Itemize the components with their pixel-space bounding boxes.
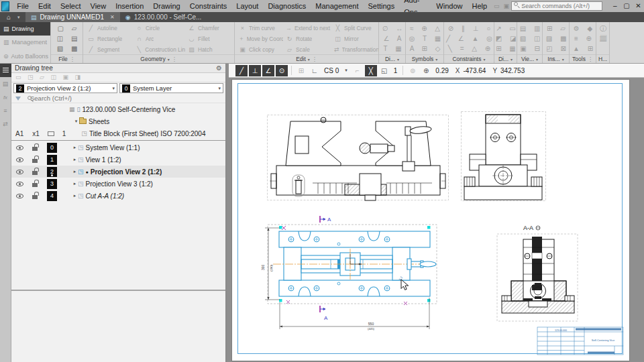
tree-view-row-cut-aa[interactable]: 4 ▸ ◳ Cut A-A (1:2) — [11, 190, 225, 202]
unlocked-icon[interactable] — [32, 195, 38, 199]
tree-search-input[interactable] — [29, 94, 163, 103]
document-tab-assembly[interactable]: ◉ 123.00.000 - Self-Ce... — [120, 12, 207, 22]
maximize-button[interactable]: ▢ — [621, 0, 632, 12]
ribbon-button-arc[interactable]: ∩Arc — [133, 34, 185, 44]
constraint-tools-icons[interactable]: ⊘ ∥ ⊥ ○ ╱ ∠ ▲ ◎ ╲ = △ ⊕ — [444, 22, 494, 54]
unlocked-icon[interactable] — [32, 183, 38, 187]
menu-item-window[interactable]: Window — [431, 0, 467, 12]
tree-sheets-row[interactable]: ▾ Sheets — [11, 115, 225, 127]
group-options-icon[interactable]: ⋮ — [312, 56, 317, 62]
chevron-down-icon[interactable]: ▾ — [342, 68, 350, 73]
expander-open-icon[interactable]: ▾ — [73, 119, 79, 124]
drawing-tree-panel-icon[interactable] — [0, 64, 11, 77]
ribbon-tab-drawing[interactable]: ▤ Drawing — [0, 22, 50, 36]
title-block[interactable]: 123.00.000 Self-Centering Vice — [537, 327, 623, 355]
group-options-icon[interactable]: ⋮ — [172, 56, 177, 62]
ribbon-button-split-curve[interactable]: ╳Split Curve — [331, 23, 378, 34]
menu-item-management[interactable]: Management — [311, 0, 363, 12]
variables-panel-icon[interactable]: fx — [0, 90, 11, 104]
group-caret-icon[interactable]: ▾ — [168, 57, 170, 62]
ribbon-button-extend[interactable]: →Extend to next object — [283, 23, 331, 34]
app-logo-icon[interactable] — [1, 1, 9, 11]
menu-item-layout[interactable]: Layout — [231, 0, 263, 12]
expander-icon[interactable]: ▸ — [72, 193, 78, 198]
view-side[interactable] — [462, 112, 546, 201]
tree-view-row-system[interactable]: 0 ▸ ◳ System View (1:1) — [11, 141, 225, 154]
group-caret-icon[interactable]: ▾ — [397, 57, 399, 62]
visibility-eye-icon[interactable] — [16, 182, 23, 186]
menu-item-help[interactable]: Help — [467, 0, 492, 12]
parameters-panel-icon[interactable]: ▤ — [0, 77, 11, 90]
screenshot-icon[interactable]: ▣ — [502, 3, 512, 9]
ribbon-button-rectangle[interactable]: ▭Rectangle — [85, 34, 133, 44]
tree-view-row-projection3[interactable]: 3 ▸ ◳ Projection View 3 (1:2) — [11, 178, 225, 190]
unlocked-icon[interactable] — [32, 159, 38, 163]
menu-item-edit[interactable]: Edit — [34, 0, 56, 12]
tab-close-icon[interactable]: ✕ — [110, 14, 115, 20]
menu-item-select[interactable]: Select — [56, 0, 86, 12]
group-caret-icon[interactable]: ▾ — [308, 57, 310, 62]
change-review-panel-icon[interactable]: ⇄ — [0, 117, 11, 131]
ribbon-button-click-copy[interactable]: ▣Click copy — [236, 44, 283, 54]
close-button[interactable]: ✕ — [633, 0, 644, 12]
group-caret-icon[interactable]: ▾ — [536, 57, 538, 62]
rounding-toggle-button[interactable]: ╳ — [365, 65, 377, 76]
command-search-input[interactable] — [511, 1, 602, 11]
view-tools-icons[interactable]: ▤ ▥ ▧ ◫ ▣ ⊟ — [517, 22, 542, 54]
expander-icon[interactable]: ▸ — [72, 181, 78, 186]
group-caret-icon[interactable]: ▾ — [562, 57, 564, 62]
document-tab-drawing[interactable]: ▤ Drawing UNNAMED1 ✕ — [25, 12, 120, 22]
view-front[interactable] — [268, 115, 449, 201]
ribbon-button-mirror[interactable]: ◫Mirror — [331, 34, 378, 44]
view-plan-active[interactable]: A A 3,2 300 (290) — [261, 216, 437, 330]
filter-icon[interactable] — [15, 97, 21, 101]
expander-icon[interactable]: ▸ — [72, 145, 78, 150]
panel-splitter[interactable] — [11, 290, 225, 291]
ribbon-button-segment[interactable]: ╱Segment — [85, 44, 133, 54]
menu-item-constraints[interactable]: Constraints — [185, 0, 232, 12]
ribbon-button-move-by-coordinates[interactable]: +Move by Coordinates — [236, 34, 283, 44]
menu-item-view[interactable]: View — [86, 0, 111, 12]
diagnostic-tools-icons[interactable]: ↗ ▭ ◩ ◪ ⊞ ▦ — [494, 22, 517, 54]
expander-icon[interactable]: ▸ — [72, 169, 78, 174]
unlocked-icon[interactable] — [32, 171, 38, 175]
menu-item-insertion[interactable]: Insertion — [111, 0, 148, 12]
snap-perpendicular-button[interactable]: ⊥ — [249, 65, 261, 76]
ribbon-tab-auto-balloons[interactable]: ⊚ Auto Balloons — [0, 50, 50, 63]
current-view-dropdown[interactable]: 2 Projection View 2 (1:2) ▾ — [13, 83, 117, 93]
unlocked-icon[interactable] — [32, 147, 38, 151]
group-options-icon[interactable]: ⋮ — [70, 56, 75, 62]
precision-value[interactable]: 1 — [392, 67, 400, 74]
tree-view-row-view1[interactable]: 1 ▸ ◳ View 1 (1:2) — [11, 154, 225, 166]
gear-icon[interactable]: ⚙ — [216, 64, 222, 72]
grid-toggle-button[interactable]: ⊞ — [295, 65, 307, 76]
menu-item-drawing[interactable]: Drawing — [148, 0, 184, 12]
panel-toolbar-icons[interactable]: ▭ ◳ ▱ ◫ ▣ ◨ — [15, 73, 80, 82]
group-caret-icon[interactable]: ▾ — [483, 57, 485, 62]
menu-item-file[interactable]: File — [12, 0, 34, 12]
group-caret-icon[interactable]: ▾ — [511, 57, 513, 62]
view-section[interactable]: A-A — [497, 225, 578, 321]
layout-preset-icon[interactable]: ▭ — [492, 3, 502, 9]
zoom-selection-icon[interactable]: ⊚ — [407, 65, 419, 76]
drawing-canvas-area[interactable]: ╱ ⊥ ∠ ⊙ ⊞ ∟ CS 0 ▾ ⌐ ╳ ◱ 1 ⊚ ⊕ 0.29 X -4… — [229, 64, 644, 362]
snap-point-button[interactable]: ⊙ — [276, 65, 288, 76]
ribbon-button-hatch[interactable]: ▨Hatch — [185, 44, 233, 54]
snap-align-button[interactable]: ╱ — [235, 65, 248, 76]
symbol-tools-icons[interactable]: ≈ ⊕ △ ◎ T ▦ A ⊞ ◇ ≡ ○ ▤ — [406, 22, 443, 54]
tree-view-row-projection2-current[interactable]: 2 ▸ ◳ ● Projection View 2 (1:2) — [11, 166, 225, 178]
group-caret-icon[interactable]: ▾ — [435, 57, 437, 62]
coordinate-system-value[interactable]: CS 0 — [322, 67, 341, 74]
tree-title-block-row[interactable]: A1 x1 1 ◳ Title Block (First Sheet) ISO … — [11, 127, 225, 139]
current-layer-dropdown[interactable]: 0 System Layer ▾ — [119, 83, 223, 93]
menu-item-settings[interactable]: Settings — [363, 0, 399, 12]
visibility-eye-icon[interactable] — [16, 194, 23, 198]
zoom-value[interactable]: 0.29 — [433, 67, 450, 74]
insert-tools-icons[interactable]: ⊞ ▱ ▨ ▩ ◰ ⊠ — [543, 22, 569, 54]
visibility-eye-icon[interactable] — [16, 170, 23, 174]
ribbon-button-rotate[interactable]: ↻Rotate — [283, 34, 331, 44]
visibility-eye-icon[interactable] — [16, 145, 23, 150]
tree-root-row[interactable]: ▦ ▯ 123.00.000 Self-Centering Vice — [11, 103, 225, 115]
ortho-toggle-button[interactable]: ⌐ — [352, 65, 364, 76]
minimize-button[interactable]: – — [609, 0, 621, 12]
